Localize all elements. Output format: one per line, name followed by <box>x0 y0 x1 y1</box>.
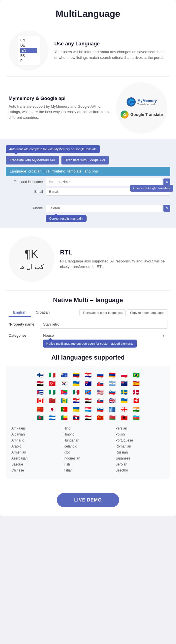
title-section: MultiLanguage <box>0 0 176 25</box>
translate-buttons: Translate with MyMemory API Translate wi… <box>6 156 170 164</box>
flags-row-3: 🇨🇺 🇳🇬 🇪🇷 🇲🇽 🇨🇩 🇺🇸 🇸🇮 🇸🇪 🇩🇰 <box>11 389 165 396</box>
refresh-name-button[interactable]: ↻ <box>163 178 170 185</box>
select-arrow-icon: ▼ <box>162 334 165 337</box>
live-demo-button[interactable]: LIVE DEMO <box>57 493 119 507</box>
check-google-button[interactable]: Check in Google Translate <box>130 185 173 192</box>
property-name-label: *Property name <box>9 322 40 326</box>
flag-in: 🇮🇳 <box>131 406 141 413</box>
google-label: Google Translate <box>130 112 163 117</box>
lang-icelandic: Icelandic <box>63 444 113 449</box>
flag-al: 🇦🇱 <box>119 414 129 421</box>
flag-hr: 🇭🇷 <box>83 372 93 378</box>
flag-kr: 🇰🇷 <box>59 380 69 387</box>
flag-az: 🇦🇿 <box>131 414 141 421</box>
flag-ch: 🇨🇭 <box>131 397 141 404</box>
lang-irish: Irish <box>63 462 113 467</box>
lang-arabic: Arabic <box>11 444 61 449</box>
lang-item-en-selected: EN <box>20 48 37 53</box>
use-language-description: Your users will be informed about any ch… <box>54 49 167 60</box>
form-row-email: Email Check in Google Translate <box>6 188 170 196</box>
flag-cd: 🇨🇩 <box>83 389 93 396</box>
translate-google-button[interactable]: Translate with Google API <box>61 156 109 164</box>
flags-row-5: 🇨🇳 🇯🇵 🇵🇹 🇺🇦 🇱🇺 🇸🇮 🇬🇷 🇬🇪 🇮🇳 <box>11 406 165 413</box>
rtl-description: RTL language also supported! All respons… <box>60 258 167 270</box>
language-bar: Language: croatian, File: frontend_templ… <box>6 167 170 176</box>
flag-si: 🇸🇮 <box>107 389 117 396</box>
flag-ng: 🇳🇬 <box>47 389 57 396</box>
flag-pt: 🇵🇹 <box>59 406 69 413</box>
flags-grid: 🇫🇮 🇮🇹 🇺🇾 🇻🇪 🇭🇷 🇷🇺 🇦🇲 🇵🇱 🇧🇷 🇪🇬 🇹🇷 🇰🇷 🇺🇦 🇦… <box>6 366 170 479</box>
native-form-row-categories: Categories ▼ Native multilanguage suppor… <box>9 331 167 340</box>
lang-hmong: Hmong <box>63 432 113 437</box>
lang-sesotho: Sesotho <box>115 468 165 473</box>
flag-sk: 🇸🇰 <box>95 380 105 387</box>
flags-row-1: 🇫🇮 🇮🇹 🇺🇾 🇻🇪 🇭🇷 🇷🇺 🇦🇲 🇵🇱 🇧🇷 <box>11 372 165 378</box>
categories-select-wrapper: ▼ <box>40 331 167 340</box>
flag-ve: 🇻🇪 <box>71 372 81 378</box>
tab-english[interactable]: English <box>9 308 31 317</box>
flag-sk2: 🇸🇰 <box>95 397 105 404</box>
native-tooltip: Native multilanguage support even for cu… <box>43 340 137 348</box>
flag-us: 🇺🇸 <box>95 389 105 396</box>
mymemory-heading: Mymemory & Google api <box>9 96 110 101</box>
mymemory-text: Mymemory & Google api Auto translate sup… <box>9 96 110 121</box>
language-dropdown: EN DE EN FR PL <box>17 36 40 65</box>
flag-au: 🇦🇺 <box>83 380 93 387</box>
lang-japanese: Japanese <box>115 456 165 461</box>
flag-gb: 🇬🇧 <box>107 397 117 404</box>
categories-label: Categories <box>9 333 40 338</box>
tab-actions: Translate to other languages Copy to oth… <box>79 309 167 316</box>
form-label-name: First and last name <box>6 180 46 184</box>
language-names-grid: Afrikaans Hindi Persian Albanian Hmong P… <box>11 426 165 473</box>
form-label-phone: Phone <box>6 206 46 210</box>
lang-basque: Basque <box>11 462 61 467</box>
lang-amharic: Amharic <box>11 438 61 443</box>
rtl-heading: RTL <box>60 249 167 256</box>
flag-uy: 🇺🇾 <box>59 372 69 378</box>
flag-ca: 🇨🇦 <box>35 397 45 404</box>
mymemory-description: Auto translate support by MyMemory and G… <box>9 104 110 121</box>
rtl-arabic-text: كب ال ها <box>19 263 43 271</box>
translate-mymemory-button[interactable]: Translate with MyMemory API <box>6 156 59 164</box>
flag-eg3: 🇪🇬 <box>83 414 93 421</box>
flag-cn: 🇨🇳 <box>35 406 45 413</box>
form-input-phone[interactable] <box>46 204 162 212</box>
use-language-text: Use any Language Your users will be info… <box>54 41 167 60</box>
lang-azerbaijani: Azerbaijani <box>11 456 61 461</box>
flag-ge: 🇬🇪 <box>119 406 129 413</box>
tab-croatian[interactable]: Croatian <box>31 308 54 317</box>
dropdown-visual: EN DE EN FR PL <box>9 31 49 71</box>
lang-chinese: Chinese <box>11 468 61 473</box>
translate-to-other-button[interactable]: Translate to other languages <box>79 309 126 316</box>
property-name-input[interactable] <box>40 320 167 329</box>
google-icon: G <box>121 111 129 119</box>
refresh-phone-button[interactable]: ↻ <box>163 205 170 212</box>
flag-mx: 🇲🇽 <box>71 389 81 396</box>
lang-persian: Persian <box>115 426 165 431</box>
lang-item-en1: EN <box>20 38 37 43</box>
flag-ua: 🇺🇦 <box>71 380 81 387</box>
use-language-section: EN DE EN FR PL Use any Language Your use… <box>0 25 176 76</box>
flags-row-2: 🇪🇬 🇹🇷 🇰🇷 🇺🇦 🇦🇺 🇸🇰 🇦🇷 🇳🇿 🇪🇸 <box>11 380 165 387</box>
flag-hr2: 🇭🇷 <box>71 397 81 404</box>
flag-by: 🇧🇾 <box>107 414 117 421</box>
categories-input[interactable] <box>40 331 94 340</box>
lang-russian: Russian <box>115 450 165 455</box>
flag-tr: 🇹🇷 <box>47 380 57 387</box>
flag-am: 🇦🇲 <box>107 372 117 378</box>
flag-mk: 🇲🇰 <box>95 414 105 421</box>
rtl-circle: ¶K كب ال ها <box>9 236 54 282</box>
lang-hungarian: Hungarian <box>63 438 113 443</box>
flag-vc: 🇻🇨 <box>59 397 69 404</box>
use-language-heading: Use any Language <box>54 41 167 47</box>
lang-armenian: Armenian <box>11 450 61 455</box>
flag-se: 🇸🇪 <box>119 389 129 396</box>
copy-to-other-button[interactable]: Copy to other languages <box>127 309 167 316</box>
lang-romanian: Romanian <box>115 444 165 449</box>
lang-item-pl: PL <box>20 58 37 63</box>
flag-gr: 🇬🇷 <box>107 406 117 413</box>
lang-igbo: Igbo <box>63 450 113 455</box>
flag-es: 🇪🇸 <box>131 380 141 387</box>
lang-serbian: Serbian <box>115 462 165 467</box>
lang-polish: Polish <box>115 432 165 437</box>
